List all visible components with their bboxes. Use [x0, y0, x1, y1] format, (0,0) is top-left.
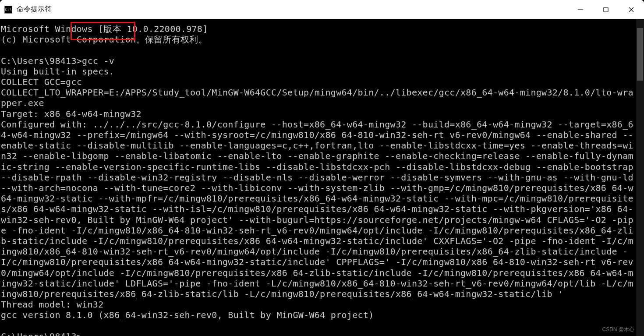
cmd-window: C:\ 命令提示符 Microsoft Windows [版本 10.0.220…	[0, 0, 644, 336]
minimize-icon	[577, 7, 584, 13]
scroll-thumb[interactable]	[637, 28, 643, 81]
app-icon: C:\	[4, 6, 12, 14]
window-title: 命令提示符	[17, 5, 52, 14]
terminal-area[interactable]: Microsoft Windows [版本 10.0.22000.978] (c…	[0, 19, 644, 336]
window-controls	[568, 0, 644, 19]
minimize-button[interactable]	[568, 0, 593, 19]
titlebar[interactable]: C:\ 命令提示符	[0, 0, 644, 19]
maximize-button[interactable]	[593, 0, 619, 19]
terminal-output[interactable]: Microsoft Windows [版本 10.0.22000.978] (c…	[0, 19, 636, 336]
svg-rect-1	[604, 7, 608, 12]
scrollbar[interactable]	[636, 19, 644, 336]
close-icon	[628, 7, 634, 13]
maximize-icon	[603, 7, 609, 13]
close-button[interactable]	[619, 0, 644, 19]
watermark: CSDN @木心	[602, 326, 634, 333]
